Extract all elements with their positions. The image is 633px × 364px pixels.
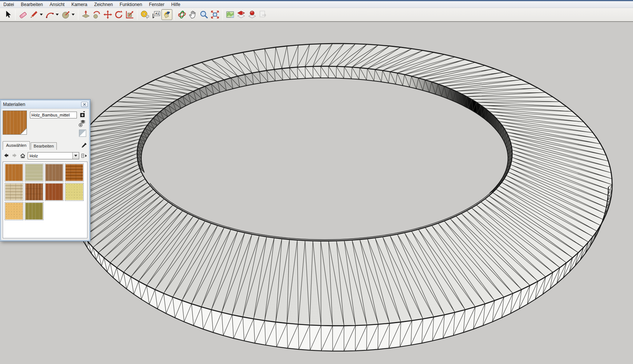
menu-bearbeiten[interactable]: Bearbeiten <box>17 2 46 8</box>
createmat-icon <box>79 110 86 118</box>
materials-dialog: Materialien AuswählenBearbeiten <box>0 100 90 241</box>
home-button[interactable] <box>19 152 26 159</box>
toolbar-separator <box>15 9 16 20</box>
menu-hilfe[interactable]: Hilfe <box>168 2 184 8</box>
line-tool-dropdown-caret[interactable] <box>40 14 43 16</box>
toolbar-separator <box>137 9 138 20</box>
arc-icon <box>45 10 55 19</box>
share-icon <box>258 10 268 19</box>
menu-datei[interactable]: Datei <box>0 2 17 8</box>
dimension-icon: A1 <box>151 10 161 19</box>
forward-button[interactable] <box>11 152 18 159</box>
location-icon <box>225 10 235 19</box>
pushpull-icon <box>81 10 91 19</box>
zoom-tool-button[interactable] <box>198 9 209 20</box>
zoom-icon <box>199 10 209 19</box>
tape-measure-tool-button[interactable] <box>139 9 150 20</box>
rotate-tool-button[interactable] <box>113 9 124 20</box>
pan-icon <box>188 10 198 19</box>
preview-fold-corner <box>21 129 27 134</box>
collection-value: Holz <box>30 154 38 158</box>
arc-tool-button[interactable] <box>44 9 55 20</box>
eraser-tool-button[interactable] <box>17 9 28 20</box>
materials-grid <box>3 162 88 238</box>
details-button[interactable] <box>81 152 88 159</box>
orbit-icon <box>177 10 187 19</box>
materials-dialog-titlebar[interactable]: Materialien <box>1 101 89 109</box>
zoomext-icon <box>210 10 220 19</box>
share-model-tool-button[interactable] <box>258 9 269 20</box>
eraser-icon <box>18 10 28 19</box>
add-location-tool-button[interactable] <box>225 9 236 20</box>
move-tool-button[interactable] <box>102 9 113 20</box>
arc-tool-dropdown-caret[interactable] <box>56 14 59 16</box>
photo-textures-tool-button[interactable] <box>247 9 258 20</box>
material-swatch-helle-dielen[interactable] <box>5 183 23 201</box>
materials-dialog-title: Materialien <box>3 102 25 107</box>
defaultmat-icon <box>78 129 87 138</box>
material-swatch-dunkle-dielen[interactable] <box>65 163 84 182</box>
material-name-input[interactable] <box>30 112 77 118</box>
orbit-tool-button[interactable] <box>177 9 188 20</box>
paint-bucket-tool-button[interactable] <box>161 9 172 20</box>
material-swatch-gelb-gesprenkelt[interactable] <box>65 183 84 201</box>
chevron-down-icon <box>74 155 77 157</box>
material-swatch-olivgruen[interactable] <box>25 202 44 220</box>
materials-dialog-body: AuswählenBearbeiten Holz <box>1 109 89 240</box>
forward-icon <box>11 152 18 159</box>
material-preview <box>3 110 27 135</box>
circle-tool-dropdown-caret[interactable] <box>72 14 75 16</box>
back-icon <box>3 152 9 159</box>
material-swatch-braun-vertikal[interactable] <box>45 163 64 182</box>
eyedropper-icon[interactable] <box>80 142 88 149</box>
material-swatch-rotbraun-parkett[interactable] <box>25 183 44 201</box>
toolbar-separator <box>174 9 175 20</box>
scale-icon <box>125 10 134 19</box>
toolbar: A1 <box>0 8 633 22</box>
material-swatch-helles-holz[interactable] <box>25 163 44 182</box>
toggle-terrain-tool-button[interactable] <box>236 9 247 20</box>
tab-auswählen[interactable]: Auswählen <box>3 141 30 150</box>
materials-tabs: AuswählenBearbeiten <box>3 141 58 150</box>
circle-tool-button[interactable] <box>60 9 71 20</box>
menu-funktionen[interactable]: Funktionen <box>116 2 145 8</box>
menu-kamera[interactable]: Kamera <box>68 2 91 8</box>
close-button[interactable] <box>81 102 88 107</box>
collection-dropdown[interactable]: Holz <box>28 152 79 159</box>
rotate-icon <box>114 10 123 19</box>
menu-zeichnen[interactable]: Zeichnen <box>91 2 116 8</box>
close-icon <box>83 103 86 106</box>
eyedropper-icon <box>80 142 88 149</box>
svg-text:A1: A1 <box>155 12 159 16</box>
circle-icon <box>61 10 70 19</box>
tab-bearbeiten[interactable]: Bearbeiten <box>31 142 57 150</box>
terrain-icon <box>236 10 246 19</box>
secondary-pane-icon[interactable] <box>78 119 87 128</box>
select-icon <box>3 10 13 19</box>
material-swatch-orange-gesprenkelt[interactable] <box>5 202 23 220</box>
line-icon <box>29 10 39 19</box>
model-viewport[interactable] <box>0 0 633 364</box>
pan-tool-button[interactable] <box>188 9 198 20</box>
followme-icon <box>92 10 102 19</box>
followme-tool-button[interactable] <box>91 9 102 20</box>
material-swatch-bambus-mittel[interactable] <box>5 163 23 182</box>
tape-icon <box>140 10 150 19</box>
scale-tool-button[interactable] <box>124 9 135 20</box>
pushpull-tool-button[interactable] <box>80 9 91 20</box>
dimension-text-tool-button[interactable]: A1 <box>150 9 161 20</box>
move-icon <box>103 10 113 19</box>
menu-fenster[interactable]: Fenster <box>145 2 168 8</box>
menu-bar: DateiBearbeitenAnsichtKameraZeichnenFunk… <box>0 1 633 8</box>
material-swatch-rotbraun-vertikal[interactable] <box>45 183 64 201</box>
create-material-icon[interactable] <box>79 110 86 118</box>
collection-dropdown-button[interactable] <box>72 152 79 159</box>
zoom-extents-tool-button[interactable] <box>209 9 220 20</box>
default-material-icon[interactable] <box>78 129 87 138</box>
line-tool-button[interactable] <box>28 9 39 20</box>
secondary-icon <box>78 119 87 128</box>
back-button[interactable] <box>3 152 9 159</box>
menu-ansicht[interactable]: Ansicht <box>46 2 68 8</box>
select-tool-button[interactable] <box>2 9 13 20</box>
details-icon <box>81 152 88 159</box>
